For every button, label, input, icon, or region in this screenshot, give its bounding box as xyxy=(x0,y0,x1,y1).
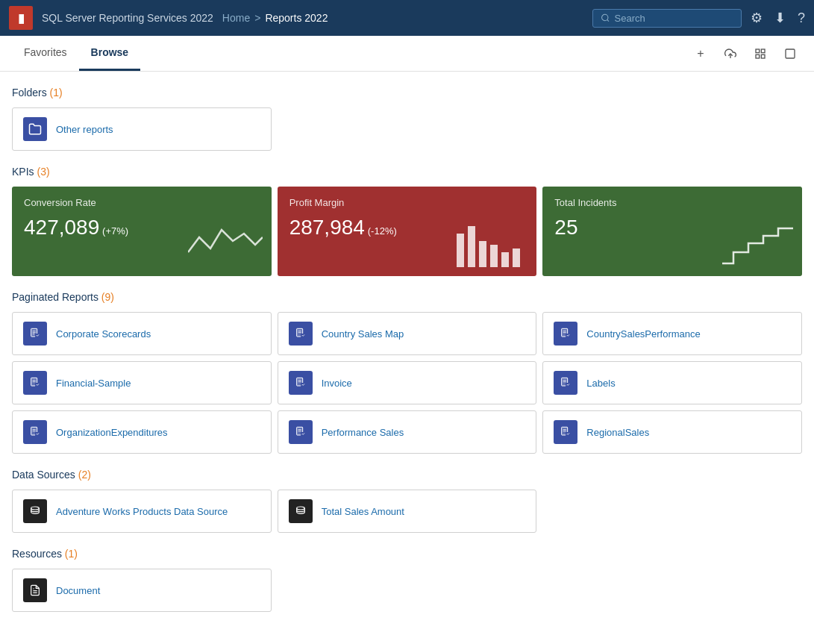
resource-label: Document xyxy=(56,585,100,596)
svg-point-52 xyxy=(296,507,304,510)
search-icon xyxy=(601,13,610,23)
kpi-total-incidents[interactable]: Total Incidents 25 xyxy=(542,187,802,276)
kpi-title: Profit Margin xyxy=(289,197,525,208)
report-icon xyxy=(23,322,47,346)
document-icon xyxy=(23,578,47,602)
details-icon xyxy=(784,48,796,60)
datasource-icon xyxy=(289,499,313,523)
kpi-value: 287,984 xyxy=(289,216,365,239)
svg-rect-13 xyxy=(513,248,520,267)
new-button[interactable]: + xyxy=(689,42,713,66)
svg-rect-11 xyxy=(490,245,498,267)
resources-count: (1) xyxy=(65,548,78,560)
svg-rect-9 xyxy=(468,226,475,267)
folders-section-header: Folders (1) xyxy=(12,87,802,99)
tabs-bar: Favorites Browse + xyxy=(0,36,814,72)
upload-button[interactable] xyxy=(718,42,742,66)
kpi-change: (-12%) xyxy=(368,225,397,237)
search-box[interactable] xyxy=(592,9,742,28)
list-item[interactable]: OrganizationExpenditures xyxy=(12,410,272,454)
tab-list: Favorites Browse xyxy=(12,36,140,71)
kpi-conversion-rate[interactable]: Conversion Rate 427,089 (+7%) xyxy=(12,187,272,276)
report-icon xyxy=(554,371,577,395)
svg-rect-6 xyxy=(761,54,765,58)
list-item[interactable]: Invoice xyxy=(278,361,537,404)
report-icon xyxy=(23,420,47,444)
datasources-grid: Adventure Works Products Data Source Tot… xyxy=(12,490,802,533)
list-item[interactable]: Adventure Works Products Data Source xyxy=(12,490,272,533)
report-label: Labels xyxy=(586,378,615,389)
report-label: Invoice xyxy=(322,378,352,389)
app-header: ▮ SQL Server Reporting Services 2022 Hom… xyxy=(0,0,814,36)
resources-grid: Document xyxy=(12,569,802,612)
list-item[interactable]: Country Sales Map xyxy=(278,312,537,355)
folder-icon xyxy=(23,117,47,141)
header-icons: ⚙ ⬇ ? xyxy=(751,10,805,26)
kpi-step-chart xyxy=(718,222,793,267)
settings-icon[interactable]: ⚙ xyxy=(751,10,763,26)
resources-section-header: Resources (1) xyxy=(12,548,802,560)
list-item[interactable]: Performance Sales xyxy=(278,410,537,454)
report-label: CountrySalesPerformance xyxy=(586,328,700,340)
datasource-icon xyxy=(23,499,47,523)
report-label: Country Sales Map xyxy=(322,328,404,340)
kpi-line-chart xyxy=(188,222,263,267)
list-item[interactable]: RegionalSales xyxy=(542,410,802,454)
kpi-change: (+7%) xyxy=(102,225,128,237)
kpis-count: (3) xyxy=(37,166,49,178)
tab-actions: + xyxy=(689,42,802,66)
svg-rect-8 xyxy=(457,234,464,267)
datasources-count: (2) xyxy=(78,469,91,481)
datasource-label: Adventure Works Products Data Source xyxy=(56,506,228,517)
help-icon[interactable]: ? xyxy=(798,10,805,26)
report-icon xyxy=(554,322,577,346)
kpi-title: Conversion Rate xyxy=(24,197,260,208)
upload-icon xyxy=(724,48,736,60)
grid-icon xyxy=(754,48,766,60)
download-icon[interactable]: ⬇ xyxy=(774,10,786,26)
report-label: Corporate Scorecards xyxy=(56,328,151,340)
folders-grid: Other reports xyxy=(12,107,802,151)
kpi-title: Total Incidents xyxy=(554,197,790,208)
breadcrumb-home[interactable]: Home xyxy=(222,12,250,24)
kpi-value: 427,089 xyxy=(24,216,99,239)
tab-browse[interactable]: Browse xyxy=(79,36,141,71)
list-item[interactable]: Labels xyxy=(542,361,802,404)
datasources-section-header: Data Sources (2) xyxy=(12,469,802,481)
tab-favorites[interactable]: Favorites xyxy=(12,36,79,71)
reports-section-header: Paginated Reports (9) xyxy=(12,291,802,303)
grid-view-button[interactable] xyxy=(748,42,772,66)
kpis-grid: Conversion Rate 427,089 (+7%) Profit Mar… xyxy=(12,187,802,276)
app-title: SQL Server Reporting Services 2022 xyxy=(42,12,213,24)
report-label: OrganizationExpenditures xyxy=(56,427,168,438)
folders-count: (1) xyxy=(50,87,63,99)
folder-label: Other reports xyxy=(56,124,113,135)
details-view-button[interactable] xyxy=(778,42,802,66)
list-item[interactable]: Corporate Scorecards xyxy=(12,312,272,355)
kpi-value: 25 xyxy=(554,216,577,239)
svg-rect-12 xyxy=(501,252,509,267)
kpis-section-header: KPIs (3) xyxy=(12,166,802,178)
report-label: RegionalSales xyxy=(586,427,649,438)
report-label: Performance Sales xyxy=(322,427,404,438)
list-item[interactable]: Financial-Sample xyxy=(12,361,272,404)
svg-rect-5 xyxy=(756,54,760,58)
report-icon xyxy=(23,371,47,395)
search-input[interactable] xyxy=(615,13,733,24)
report-icon xyxy=(289,322,313,346)
list-item[interactable]: Total Sales Amount xyxy=(278,490,537,533)
svg-rect-4 xyxy=(761,49,765,53)
svg-point-51 xyxy=(31,507,40,510)
list-item[interactable]: CountrySalesPerformance xyxy=(542,312,802,355)
report-label: Financial-Sample xyxy=(56,378,131,389)
svg-rect-3 xyxy=(756,49,760,53)
report-icon xyxy=(289,371,313,395)
breadcrumb-current: Reports 2022 xyxy=(265,12,328,24)
kpi-bar-chart xyxy=(453,222,527,267)
svg-rect-7 xyxy=(786,49,795,58)
report-icon xyxy=(554,420,577,444)
list-item[interactable]: Other reports xyxy=(12,107,272,151)
list-item[interactable]: Document xyxy=(12,569,272,612)
breadcrumb: Home > Reports 2022 xyxy=(222,12,328,24)
kpi-profit-margin[interactable]: Profit Margin 287,984 (-12%) xyxy=(278,187,537,276)
